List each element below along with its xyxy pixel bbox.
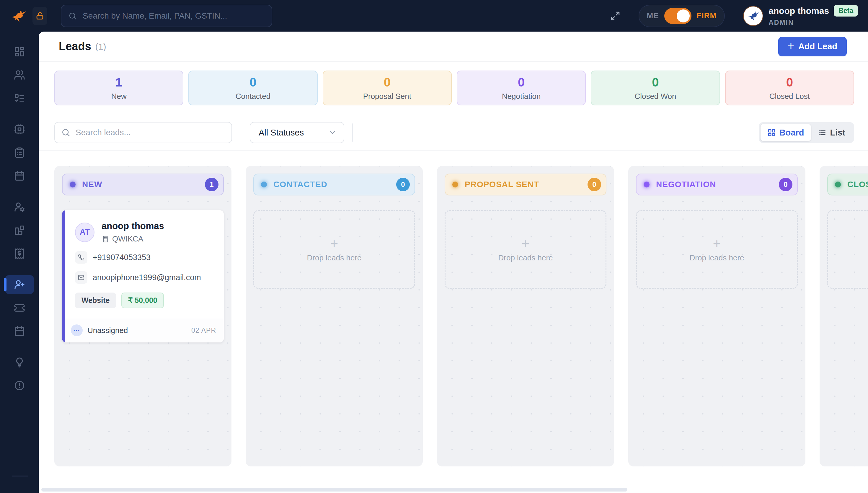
sidebar-item-tasks[interactable] xyxy=(5,89,34,108)
stat-label: Contacted xyxy=(236,92,271,101)
user-row: anoop thomas Beta xyxy=(768,5,858,17)
list-view-button[interactable]: List xyxy=(811,124,852,141)
scope-switch[interactable] xyxy=(664,8,691,24)
main-content: Leads (1) + Add Lead 1 New 0 Contacted 0… xyxy=(39,31,868,493)
column-header-proposal-sent: PROPOSAL SENT 0 xyxy=(444,174,606,195)
stat-card-closed-lost[interactable]: 0 Closed Lost xyxy=(725,70,854,105)
lead-company: QWIKCA xyxy=(112,234,143,243)
sidebar-item-services[interactable] xyxy=(5,221,34,240)
plus-icon: + xyxy=(330,237,338,250)
user-avatar[interactable] xyxy=(744,6,763,25)
column-header-closed-won: CLOSED WON 0 xyxy=(827,174,868,195)
stat-card-closed-won[interactable]: 0 Closed Won xyxy=(591,70,720,105)
lead-name: anoop thomas xyxy=(102,221,164,232)
user-block[interactable]: anoop thomas Beta ADMIN xyxy=(768,5,858,26)
lead-search-input[interactable] xyxy=(75,128,225,137)
stat-card-new[interactable]: 1 New xyxy=(54,70,183,105)
status-dot xyxy=(452,181,458,188)
page-header: Leads (1) + Add Lead xyxy=(39,31,868,62)
user-settings-icon xyxy=(14,201,25,213)
me-firm-toggle[interactable]: ME FIRM xyxy=(638,5,725,27)
column-closed-won: CLOSED WON 0 + Drop leads here xyxy=(820,166,868,467)
stat-value: 0 xyxy=(518,75,525,89)
clipboard-icon xyxy=(14,147,25,158)
hummingbird-logo-icon xyxy=(10,7,27,24)
hummingbird-avatar-icon xyxy=(747,9,760,22)
stat-card-contacted[interactable]: 0 Contacted xyxy=(188,70,318,105)
unlock-icon xyxy=(36,12,44,20)
phone-icon-box xyxy=(75,251,87,264)
page-title: Leads xyxy=(59,40,91,53)
kanban-board: NEW 1 AT anoop thomas xyxy=(39,151,868,467)
sidebar-item-leads[interactable] xyxy=(5,275,34,294)
status-dot xyxy=(70,181,75,188)
lead-email-row: anoopiphone1999@gmail.com xyxy=(75,271,215,284)
horizontal-scrollbar-thumb[interactable] xyxy=(41,488,627,492)
task-list-icon xyxy=(14,93,25,104)
board-view-button[interactable]: Board xyxy=(761,124,811,141)
sidebar-item-dashboard[interactable] xyxy=(5,42,34,61)
topbar: ME FIRM anoop thomas Beta ADMIN xyxy=(0,0,868,31)
scope-firm-label[interactable]: FIRM xyxy=(697,11,717,20)
search-icon xyxy=(61,128,70,137)
sidebar-item-documents[interactable] xyxy=(5,143,34,162)
building-icon xyxy=(102,235,109,243)
user-plus-icon xyxy=(14,279,25,290)
drop-zone[interactable]: + Drop leads here xyxy=(253,210,415,289)
stat-card-proposal-sent[interactable]: 0 Proposal Sent xyxy=(323,70,452,105)
stat-label: New xyxy=(111,92,127,101)
sidebar-item-clients[interactable] xyxy=(5,66,34,84)
drop-zone[interactable]: + Drop leads here xyxy=(827,210,868,289)
receipt-icon xyxy=(14,248,25,259)
assignee-avatar[interactable]: ··· xyxy=(71,324,83,336)
status-filter-dropdown[interactable]: All Statuses xyxy=(250,122,344,143)
sidebar-item-ideas[interactable] xyxy=(5,353,34,372)
stat-value: 1 xyxy=(115,75,122,89)
sidebar-item-billing[interactable] xyxy=(5,244,34,263)
stat-card-negotiation[interactable]: 0 Negotiation xyxy=(457,70,586,105)
column-title: CONTACTED xyxy=(274,180,327,189)
phone-icon xyxy=(78,254,84,261)
lead-card-top: AT anoop thomas QWIKCA xyxy=(75,221,215,243)
drop-hint: Drop leads here xyxy=(690,253,744,262)
stat-value: 0 xyxy=(249,75,256,89)
stat-label: Negotiation xyxy=(502,92,541,101)
lead-card-footer: ··· Unassigned 02 APR xyxy=(62,318,224,342)
drop-zone[interactable]: + Drop leads here xyxy=(636,210,798,289)
ticket-icon xyxy=(14,302,25,314)
drop-hint: Drop leads here xyxy=(307,253,362,262)
column-negotiation: NEGOTIATION 0 + Drop leads here xyxy=(628,166,805,467)
user-role: ADMIN xyxy=(768,19,858,26)
search-icon xyxy=(68,12,77,20)
sidebar-nav xyxy=(0,31,39,493)
column-header-contacted: CONTACTED 0 xyxy=(253,174,415,195)
fullscreen-button[interactable] xyxy=(608,9,622,23)
sidebar-item-automation[interactable] xyxy=(5,120,34,139)
global-search-input[interactable] xyxy=(82,11,264,21)
stat-label: Closed Lost xyxy=(769,92,810,101)
scope-switch-knob xyxy=(677,9,690,22)
page-count: (1) xyxy=(95,42,106,52)
column-new: NEW 1 AT anoop thomas xyxy=(54,166,232,467)
view-toggle: Board List xyxy=(759,122,854,143)
sidebar-item-tickets[interactable] xyxy=(5,298,34,317)
lead-card[interactable]: AT anoop thomas QWIKCA xyxy=(62,210,224,342)
lead-stats-row: 1 New 0 Contacted 0 Proposal Sent 0 Nego… xyxy=(39,62,868,105)
brand-logo[interactable] xyxy=(10,7,28,25)
drop-zone[interactable]: + Drop leads here xyxy=(444,210,606,289)
sidebar-divider xyxy=(12,476,28,476)
filter-divider xyxy=(352,123,353,142)
sidebar-item-alerts[interactable] xyxy=(5,376,34,395)
global-search xyxy=(61,5,272,27)
list-icon xyxy=(818,129,826,137)
sidebar-item-user-settings[interactable] xyxy=(5,197,34,216)
status-dot xyxy=(835,181,841,188)
sidebar-item-calendar[interactable] xyxy=(5,167,34,186)
lead-assignee: Unassigned xyxy=(87,326,128,335)
sidebar-item-schedule[interactable] xyxy=(5,322,34,341)
drop-hint: Drop leads here xyxy=(498,253,553,262)
scope-me-label[interactable]: ME xyxy=(647,11,659,20)
lead-identity: anoop thomas QWIKCA xyxy=(102,221,164,243)
add-lead-button[interactable]: + Add Lead xyxy=(778,37,847,57)
lock-button[interactable] xyxy=(32,7,47,25)
